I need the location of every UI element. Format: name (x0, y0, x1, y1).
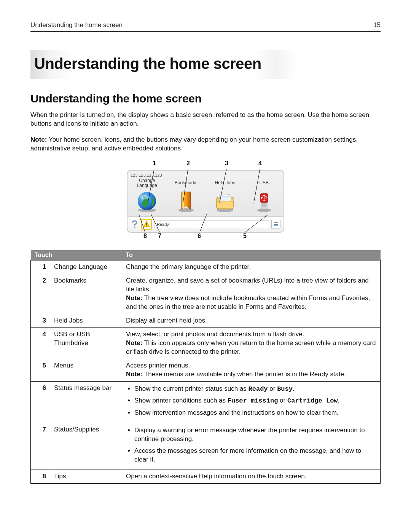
table-row: 7 Status/Supplies Display a warning or e… (31, 423, 381, 470)
table-row: 8 Tips Open a context-sensitive Help inf… (31, 470, 381, 484)
callout-6: 6 (198, 233, 201, 240)
usb-icon (253, 190, 276, 212)
row-num: 3 (31, 314, 50, 328)
row-touch: Bookmarks (50, 274, 122, 314)
warning-icon (143, 221, 150, 228)
usb-button[interactable]: USB (247, 178, 281, 212)
svg-rect-19 (146, 226, 147, 227)
col-to: To (122, 250, 381, 260)
col-touch: Touch (31, 250, 122, 260)
table-row: 5 Menus Access printer menus. Note: Thes… (31, 359, 381, 381)
change-language-label: Change Language (130, 178, 164, 188)
svg-point-6 (140, 195, 148, 200)
intro-paragraph: When the printer is turned on, the displ… (30, 110, 381, 128)
bookmarks-button[interactable]: Bookmarks (169, 178, 203, 212)
svg-point-7 (178, 208, 194, 212)
row-num: 5 (31, 359, 50, 381)
ip-address: 123.123.123.123 (127, 171, 284, 177)
note-lead: Note: (30, 136, 47, 143)
chapter-title: Understanding the home screen (34, 55, 377, 72)
callout-2: 2 (186, 160, 190, 167)
callout-3: 3 (225, 160, 228, 167)
section-title: Understanding the home screen (30, 92, 381, 105)
bookmarks-label: Bookmarks (169, 178, 203, 188)
status-bar: Ready. (127, 216, 284, 232)
svg-rect-22 (274, 225, 278, 226)
row-desc: Change the primary language of the print… (122, 260, 381, 274)
status-supplies-button[interactable] (141, 219, 152, 230)
bookmark-icon (175, 190, 198, 212)
callout-5: 5 (243, 233, 247, 240)
running-title: Understanding the home screen (30, 21, 123, 29)
folder-icon (213, 190, 236, 212)
row-num: 2 (31, 274, 50, 314)
row-desc: Open a context-sensitive Help informatio… (122, 470, 381, 484)
row-desc: View, select, or print photos and docume… (122, 328, 381, 359)
callout-7: 7 (158, 233, 161, 240)
callout-4: 4 (258, 160, 262, 167)
row-num: 7 (31, 423, 50, 470)
svg-point-16 (263, 200, 265, 201)
row-desc: Create, organize, and save a set of book… (122, 274, 381, 314)
callout-1: 1 (153, 160, 156, 167)
row-num: 4 (31, 328, 50, 359)
svg-rect-18 (146, 223, 147, 225)
row-num: 6 (31, 381, 50, 423)
note-text: Your home screen, icons, and the buttons… (30, 136, 358, 152)
touch-table: Touch To 1 Change Language Change the pr… (30, 250, 381, 484)
table-row: 2 Bookmarks Create, organize, and save a… (31, 274, 381, 314)
callouts-bottom: 8 7 6 5 (127, 233, 284, 243)
change-language-button[interactable]: Change Language (130, 178, 164, 212)
menus-button[interactable] (271, 220, 280, 229)
printer-display: 123.123.123.123 Change Language (127, 170, 284, 233)
row-touch: USB or USB Thumbdrive (50, 328, 122, 359)
chapter-title-bar: Understanding the home screen (30, 50, 381, 79)
row-touch: Status message bar (50, 381, 122, 423)
table-row: 6 Status message bar Show the current pr… (31, 381, 381, 423)
row-touch: Change Language (50, 260, 122, 274)
row-touch: Tips (50, 470, 122, 484)
row-desc: Display a warning or error message whene… (122, 423, 381, 470)
svg-rect-14 (262, 203, 266, 207)
row-num: 8 (31, 470, 50, 484)
held-jobs-button[interactable]: Held Jobs (208, 178, 242, 212)
globe-icon (135, 190, 158, 212)
held-jobs-label: Held Jobs (208, 178, 242, 188)
status-message-bar[interactable]: Ready. (154, 220, 269, 228)
svg-rect-20 (274, 222, 278, 223)
running-header: Understanding the home screen 15 (30, 21, 381, 32)
row-touch: Status/Supplies (50, 423, 122, 470)
menu-icon (273, 221, 279, 227)
usb-label: USB (247, 178, 281, 188)
question-icon (131, 220, 138, 228)
svg-point-17 (134, 227, 135, 228)
callouts-top: 1 2 3 4 (127, 160, 284, 170)
table-row: 3 Held Jobs Display all current held job… (31, 314, 381, 328)
table-row: 4 USB or USB Thumbdrive View, select, or… (31, 328, 381, 359)
callout-8: 8 (143, 233, 147, 240)
table-row: 1 Change Language Change the primary lan… (31, 260, 381, 274)
tips-button[interactable] (131, 220, 139, 228)
row-touch: Held Jobs (50, 314, 122, 328)
table-header-row: Touch To (31, 250, 381, 260)
row-desc: Access printer menus. Note: These menus … (122, 359, 381, 381)
home-screen-figure: 1 2 3 4 123.123.123.123 Change Language (127, 160, 284, 243)
row-desc: Display all current held jobs. (122, 314, 381, 328)
page-number: 15 (373, 21, 381, 29)
svg-rect-8 (183, 192, 184, 209)
row-num: 1 (31, 260, 50, 274)
row-desc: Show the current printer status such as … (122, 381, 381, 423)
note-paragraph: Note: Your home screen, icons, and the b… (30, 135, 381, 153)
svg-rect-21 (274, 224, 278, 225)
row-touch: Menus (50, 359, 122, 381)
